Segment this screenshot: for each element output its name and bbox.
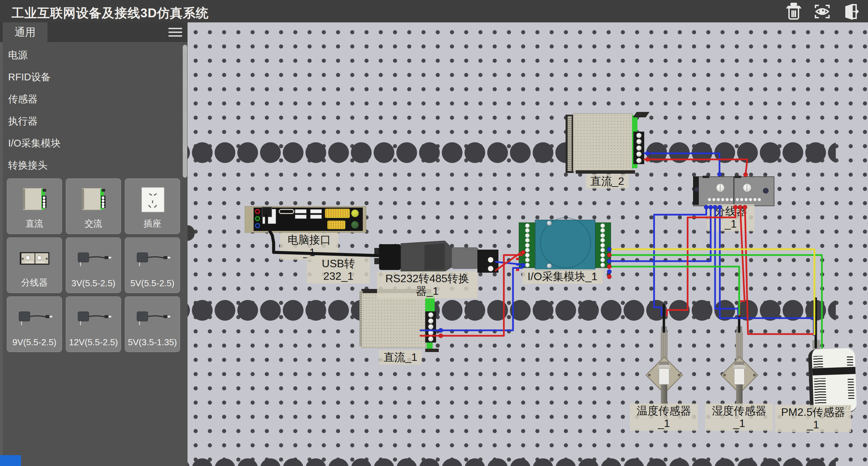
blue-wire xyxy=(654,206,706,315)
palette-card-0[interactable]: 直流 xyxy=(7,178,62,234)
device-dc-power-2[interactable] xyxy=(566,112,649,175)
palette-card-3[interactable]: 分线器 xyxy=(7,237,62,293)
yellow-wire xyxy=(610,249,814,334)
sidebar-item-1[interactable]: RFID设备 xyxy=(3,66,182,88)
sidebar-item-0[interactable]: 电源 xyxy=(3,44,182,66)
palette-card-label: 交流 xyxy=(66,218,121,230)
device-splitter[interactable] xyxy=(693,176,776,208)
app-window: 工业互联网设备及接线3D仿真系统 通用 xyxy=(0,0,868,466)
corner-blue-button[interactable] xyxy=(0,455,21,466)
psu-thumbnail-icon xyxy=(7,183,62,216)
device-label-temp: 温度传感器_1 xyxy=(630,404,698,431)
device-dc-power-1[interactable] xyxy=(359,289,438,354)
palette-card-label: 12V(5.5-2.5) xyxy=(66,337,121,348)
palette-card-4[interactable]: 3V(5.5-2.5) xyxy=(66,237,121,293)
top-bar: 工业互联网设备及接线3D仿真系统 xyxy=(0,0,868,22)
pegboard-slot-row xyxy=(188,142,836,163)
palette-card-8[interactable]: 5V(3.5-1.35) xyxy=(125,296,180,352)
sidebar-item-3[interactable]: 执行器 xyxy=(3,110,182,132)
device-label-splitter: 分线器_1 xyxy=(707,204,754,231)
sidebar-scrollbar[interactable] xyxy=(183,45,187,178)
blue-connector-bead xyxy=(717,172,722,177)
palette-card-6[interactable]: 9V(5.5-2.5) xyxy=(7,296,62,352)
device-palette: 直流 交流 插座 分线器 3V(5.5-2.5) xyxy=(7,178,186,352)
trash-icon[interactable] xyxy=(784,2,804,21)
device-label-hum: 湿度传感器_1 xyxy=(705,404,773,431)
simulation-canvas[interactable]: 直流_2电脑接口_1USB转232_1RS232转485转换器_1I/O采集模块… xyxy=(188,22,868,466)
splitter-thumbnail-icon xyxy=(7,242,62,275)
adapter-thumbnail-icon xyxy=(7,302,62,334)
adapter-thumbnail-icon xyxy=(125,302,180,334)
pegboard-slot-row xyxy=(188,458,836,466)
palette-card-label: 9V(5.5-2.5) xyxy=(7,337,62,348)
device-label-dc2: 直流_2 xyxy=(586,174,629,189)
palette-card-label: 分线器 xyxy=(7,277,62,289)
palette-card-2[interactable]: 插座 xyxy=(125,178,180,234)
palette-card-5[interactable]: 5V(5.5-2.5) xyxy=(125,237,180,293)
device-label-dc1: 直流_1 xyxy=(379,350,422,365)
hamburger-menu-icon[interactable] xyxy=(169,28,182,37)
psu-thumbnail-icon xyxy=(66,183,121,216)
sidebar-item-2[interactable]: 传感器 xyxy=(3,88,182,110)
palette-card-label: 3V(5.5-2.5) xyxy=(66,278,121,289)
palette-card-7[interactable]: 12V(5.5-2.5) xyxy=(66,296,121,352)
device-label-iomod: I/O采集模块_1 xyxy=(522,269,603,284)
device-pm25-sensor[interactable] xyxy=(807,339,858,414)
red-connector-bead xyxy=(439,334,443,338)
red-connector-bead xyxy=(607,275,612,279)
view-focus-icon[interactable] xyxy=(812,2,832,21)
device-label-pm25: PM2.5传感器_1 xyxy=(775,405,851,432)
sidebar-item-4[interactable]: I/O采集模块 xyxy=(3,132,182,154)
socket-thumbnail-icon xyxy=(125,183,180,216)
page-title: 工业互联网设备及接线3D仿真系统 xyxy=(12,5,209,22)
device-io-module[interactable] xyxy=(519,220,614,271)
adapter-thumbnail-icon xyxy=(66,242,121,275)
exit-icon[interactable] xyxy=(840,2,860,21)
palette-card-label: 5V(5.5-2.5) xyxy=(125,278,180,289)
blue-wire xyxy=(610,206,711,261)
tab-general[interactable]: 通用 xyxy=(3,22,47,42)
sidebar-item-5[interactable]: 转换接头 xyxy=(3,154,182,176)
adapter-thumbnail-icon xyxy=(125,242,180,275)
blue-connector-bead xyxy=(439,328,443,333)
device-humidity-sensor[interactable] xyxy=(721,305,758,411)
sidebar-header: 通用 xyxy=(0,22,188,42)
sidebar: 通用 电源RFID设备传感器执行器I/O采集模块转换接头 直流 交流 插座 xyxy=(0,22,188,466)
palette-card-1[interactable]: 交流 xyxy=(66,178,121,234)
category-menu: 电源RFID设备传感器执行器I/O采集模块转换接头 xyxy=(3,44,182,176)
palette-card-label: 5V(3.5-1.35) xyxy=(125,337,180,348)
device-temperature-sensor[interactable] xyxy=(645,305,683,411)
device-label-usb232: USB转232_1 xyxy=(307,256,370,284)
adapter-thumbnail-icon xyxy=(66,302,121,334)
device-label-rs232485: RS232转485转换器_1 xyxy=(377,271,477,298)
palette-card-label: 插座 xyxy=(125,218,180,230)
device-pc-interface[interactable] xyxy=(245,206,367,233)
device-label-pc: 电脑接口_1 xyxy=(280,233,338,260)
palette-card-label: 直流 xyxy=(7,218,62,230)
